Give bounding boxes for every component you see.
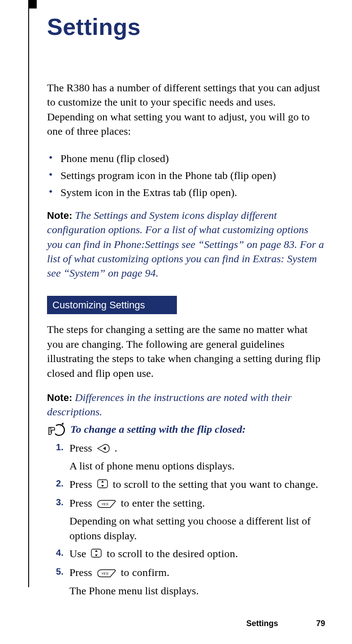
step-text: . [115, 442, 117, 454]
step-text: Press [69, 442, 95, 454]
bullet-item: System icon in the Extras tab (flip open… [47, 185, 325, 200]
step-subtext: The Phone menu list displays. [69, 584, 325, 598]
note-label: Note: [47, 392, 72, 403]
left-arrow-key-icon [97, 443, 110, 457]
step-4: Use to scroll to the desired option. [56, 546, 325, 563]
section-heading-bar: Customizing Settings [47, 296, 177, 315]
intro-paragraph: The R380 has a number of different setti… [47, 81, 325, 139]
step-text: Press [69, 567, 95, 578]
step-3: Press YES to enter the setting. Dependin… [56, 496, 325, 543]
bullet-item: Phone menu (flip closed) [47, 151, 325, 166]
step-text: Press [69, 478, 95, 490]
step-text: Use [69, 548, 89, 559]
page-title: Settings [47, 13, 325, 40]
step-1: Press . A list of phone menu options dis… [56, 441, 325, 473]
procedure-steps: Press . A list of phone menu options dis… [47, 441, 325, 598]
note-text: The Settings and System icons display di… [47, 209, 324, 279]
footer-page-number: 79 [316, 619, 325, 628]
note-text: Differences in the instructions are note… [47, 392, 292, 418]
scroll-key-icon [97, 478, 108, 493]
note-label: Note: [47, 210, 72, 221]
procedure-subheading: To change a setting with the flip closed… [70, 422, 246, 436]
scroll-key-icon [90, 547, 102, 563]
page-footer: Settings 79 [246, 619, 325, 628]
step-2: Press to scroll to the setting that you … [56, 477, 325, 493]
margin-tab [28, 0, 37, 9]
svg-text:YES: YES [101, 571, 109, 576]
svg-text:YES: YES [101, 502, 109, 506]
footer-section: Settings [246, 619, 278, 628]
margin-rule [28, 0, 29, 587]
step-text: to confirm. [121, 567, 170, 578]
intro-bullets: Phone menu (flip closed) Settings progra… [47, 151, 325, 200]
step-subtext: A list of phone menu options displays. [69, 459, 325, 473]
step-text: Press [69, 497, 95, 509]
note-2: Note: Differences in the instructions ar… [47, 390, 325, 419]
bullet-item: Settings program icon in the Phone tab (… [47, 168, 325, 183]
note-1: Note: The Settings and System icons disp… [47, 208, 325, 281]
step-text: to scroll to the desired option. [107, 548, 238, 559]
hand-pointing-icon [47, 421, 67, 437]
step-text: to enter the setting. [121, 497, 205, 509]
section-intro: The steps for changing a setting are the… [47, 322, 325, 380]
yes-key-icon: YES [97, 498, 116, 512]
yes-key-icon: YES [97, 567, 116, 581]
step-5: Press YES to confirm. The Phone menu lis… [56, 565, 325, 598]
step-text: to scroll to the setting that you want t… [113, 478, 318, 490]
step-subtext: Depending on what setting you choose a d… [69, 514, 325, 543]
